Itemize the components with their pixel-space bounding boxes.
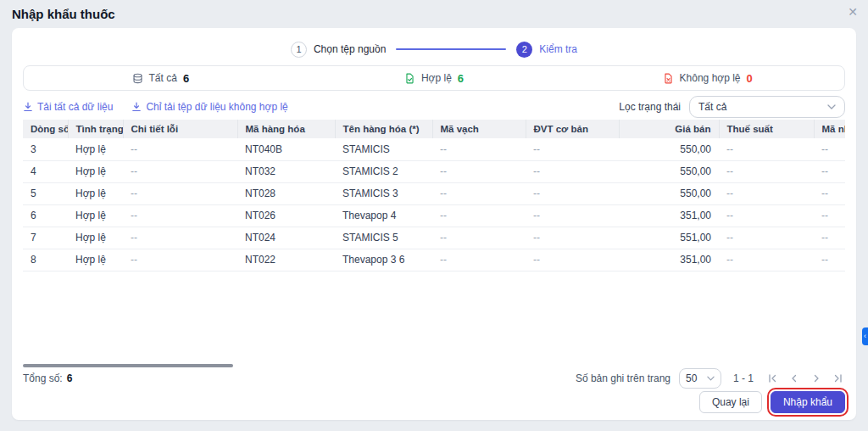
table-cell: -- [432,204,526,227]
import-card: 1 Chọn tệp nguồn 2 Kiểm tra Tất cả 6 [12,28,856,420]
table-cell: -- [814,204,845,227]
column-header: Tình trạng [68,120,123,138]
step-source-file[interactable]: 1 Chọn tệp nguồn [291,42,386,58]
filter-status-select[interactable]: Tất cả [689,96,845,118]
table-header-row: Dòng sốTình trạngChi tiết lỗiMã hàng hóa… [23,120,845,138]
table-cell: 351,00 [619,204,719,227]
download-icon [131,102,142,112]
last-page-icon[interactable] [832,373,845,383]
total-label: Tổng số: [23,372,63,384]
download-icon [23,102,33,112]
table-cell: -- [814,249,845,271]
download-invalid-label: Chỉ tải tệp dữ liệu không hợp lệ [146,101,287,113]
table-cell: 7 [23,227,68,249]
total-value: 6 [67,372,73,384]
tab-valid[interactable]: Hợp lệ 6 [298,66,571,90]
collapse-panel-icon[interactable]: ‹ [862,327,868,345]
toolbar: Tải tất cả dữ liệu Chỉ tải tệp dữ liệu k… [23,96,845,118]
step-1-label: Chọn tệp nguồn [314,43,386,55]
horizontal-scrollbar [23,364,845,367]
tab-valid-count: 6 [458,72,464,85]
page-range: 1 - 1 [733,372,754,384]
table-cell: Thevapop 4 [335,204,432,227]
table-cell: STAMICIS 2 [335,160,432,182]
table-cell: -- [719,160,814,182]
tab-all[interactable]: Tất cả 6 [24,66,298,90]
tab-invalid-label: Không hợp lệ [680,72,741,84]
tab-invalid-count: 0 [747,72,753,85]
table-cell: Hợp lệ [68,160,123,182]
table-cell: -- [526,204,619,227]
filter-status-value: Tất cả [698,101,726,113]
step-2-label: Kiểm tra [539,43,577,55]
table-row: 3Hợp lệ--NT040BSTAMICIS----550,00---- [23,138,845,160]
table-cell: -- [432,160,526,182]
table-cell: -- [814,138,845,160]
import-modal: Nhập khẩu thuốc ✕ 1 Chọn tệp nguồn 2 Kiể… [0,0,868,431]
table-cell: -- [526,182,619,204]
table-cell: -- [432,182,526,204]
step-check[interactable]: 2 Kiểm tra [516,42,577,58]
first-page-icon[interactable] [765,373,779,383]
close-icon[interactable]: ✕ [848,6,858,18]
table-cell: NT028 [237,182,335,204]
table-cell: -- [123,227,237,249]
download-invalid-link[interactable]: Chỉ tải tệp dữ liệu không hợp lệ [131,101,287,113]
table-cell: NT026 [237,204,335,227]
table-cell: Hợp lệ [68,204,123,227]
tab-invalid[interactable]: Không hợp lệ 0 [570,66,844,90]
back-button[interactable]: Quay lại [699,391,762,413]
table-row: 5Hợp lệ--NT028STAMICIS 3----550,00---- [23,182,845,204]
table-cell: -- [123,204,237,227]
page-title: Nhập khẩu thuốc [12,7,115,21]
table-cell: STAMICIS 5 [335,227,432,249]
prev-page-icon[interactable] [787,373,801,383]
page-size-label: Số bản ghi trên trang [576,372,670,384]
table-cell: -- [123,160,237,182]
table-cell: -- [526,249,619,271]
horizontal-scrollbar-thumb[interactable] [23,364,233,367]
modal-header: Nhập khẩu thuốc ✕ [0,0,868,28]
table-cell: NT040B [237,138,335,160]
table-cell: -- [123,138,237,160]
step-1-circle: 1 [291,42,307,58]
table-cell: -- [123,249,237,271]
table-cell: 550,00 [619,182,719,204]
column-header: Mã hàng hóa [237,120,335,138]
column-header: Mã vạch [432,120,526,138]
table-cell: -- [526,227,619,249]
table-cell: 3 [23,138,68,160]
table-cell: -- [526,160,619,182]
table-cell: -- [719,204,814,227]
download-all-link[interactable]: Tải tất cả dữ liệu [23,101,113,113]
table-cell: NT022 [237,249,335,271]
table-cell: -- [123,182,237,204]
table-cell: 351,00 [619,249,719,271]
modal-actions: Quay lại Nhập khẩu [699,389,845,415]
table-row: 4Hợp lệ--NT032STAMICIS 2----550,00---- [23,160,845,182]
table-cell: -- [526,138,619,160]
table-cell: 550,00 [619,160,719,182]
table-cell: -- [432,138,526,160]
import-results-table: Dòng sốTình trạngChi tiết lỗiMã hàng hóa… [23,120,845,271]
table-cell: -- [719,182,814,204]
table-cell: STAMICIS 3 [335,182,432,204]
step-2-circle: 2 [516,42,532,58]
table-cell: Thevapop 3 6 [335,249,432,271]
total-count: Tổng số:6 [23,372,72,384]
filter-status-label: Lọc trạng thái [619,101,681,113]
tab-all-count: 6 [183,72,189,85]
pagination-row: Tổng số:6 Số bản ghi trên trang 50 1 - 1 [23,369,845,388]
table-cell: STAMICIS [335,138,432,160]
table-cell: NT024 [237,227,335,249]
next-page-icon[interactable] [810,373,823,383]
table-cell: 8 [23,249,68,271]
import-button[interactable]: Nhập khẩu [771,391,845,413]
column-header: Dòng số [23,120,68,138]
page-size-value: 50 [686,372,697,384]
page-size-select[interactable]: 50 [679,368,721,389]
tab-valid-label: Hợp lệ [421,72,452,84]
table-cell: Hợp lệ [68,227,123,249]
file-valid-icon [404,73,415,84]
summary-tabs: Tất cả 6 Hợp lệ 6 Không hợp lệ 0 [23,65,845,91]
